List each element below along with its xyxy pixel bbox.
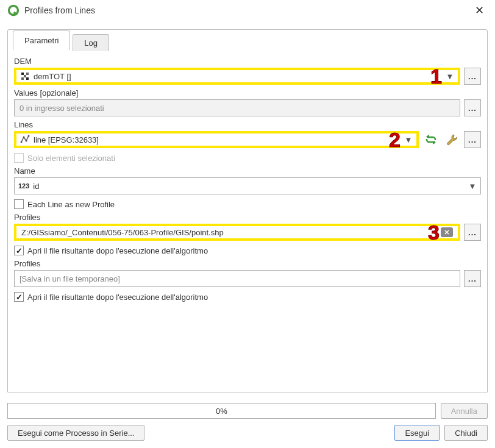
profiles1-label: Profiles xyxy=(14,213,481,222)
name-label: Name xyxy=(14,166,481,176)
progress-text: 0% xyxy=(216,407,227,416)
lines-value: line [EPSG:32633] xyxy=(32,135,404,144)
window-title: Profiles from Lines xyxy=(24,5,471,15)
name-combo[interactable]: 123 id ▼ xyxy=(14,177,481,194)
progress-bar: 0% xyxy=(7,403,436,419)
open-after2-label: Apri il file risultante dopo l'esecuzion… xyxy=(27,293,208,302)
svg-point-8 xyxy=(23,137,25,138)
settings-button[interactable] xyxy=(443,131,460,148)
main-panel: Parametri Log DEM demTOT [] 1 ▼ ... Valu… xyxy=(7,29,488,393)
svg-rect-3 xyxy=(26,73,29,75)
dem-label: DEM xyxy=(14,57,481,66)
selection-only-checkbox xyxy=(14,153,24,163)
form-area: DEM demTOT [] 1 ▼ ... Values [opzionale]… xyxy=(13,51,482,304)
annotation-3: 3 xyxy=(428,221,440,244)
lines-combo[interactable]: line [EPSG:32633] 2 ▼ xyxy=(14,131,419,148)
each-line-label: Each Line as new Profile xyxy=(27,200,115,209)
tab-strip: Parametri Log xyxy=(13,29,482,50)
open-after1-label: Apri il file risultante dopo l'esecuzion… xyxy=(27,246,208,255)
svg-point-7 xyxy=(21,141,23,143)
values-input[interactable]: 0 in ingresso selezionati xyxy=(14,99,460,116)
line-layer-icon xyxy=(20,135,30,144)
wrench-icon xyxy=(444,132,459,147)
svg-rect-2 xyxy=(21,73,24,75)
cancel-button[interactable]: Annulla xyxy=(441,403,488,419)
selection-only-row: Solo elementi selezionati xyxy=(14,153,481,163)
each-line-checkbox[interactable] xyxy=(14,199,24,209)
dem-browse-button[interactable]: ... xyxy=(464,68,481,85)
batch-button[interactable]: Esegui come Processo in Serie... xyxy=(7,425,144,441)
titlebar: Profiles from Lines ✕ xyxy=(0,0,495,21)
selection-only-label: Solo elementi selezionati xyxy=(27,154,115,163)
close-button[interactable]: Chiudi xyxy=(444,425,488,441)
tab-parametri[interactable]: Parametri xyxy=(13,30,70,50)
dem-value: demTOT [] xyxy=(32,72,446,81)
open-after1-checkbox[interactable] xyxy=(14,246,24,255)
annotation-2: 2 xyxy=(389,128,401,152)
tab-log[interactable]: Log xyxy=(73,34,109,51)
iterate-icon xyxy=(424,132,438,147)
clear-input-button[interactable] xyxy=(441,227,453,237)
run-button[interactable]: Esegui xyxy=(394,425,440,441)
svg-point-9 xyxy=(26,140,27,142)
open-after2-row: Apri il file risultante dopo l'esecuzion… xyxy=(14,292,481,302)
profiles1-value: Z:/GISsiamo/_Contenuti/056-75/063-Profil… xyxy=(21,228,438,237)
values-browse-button[interactable]: ... xyxy=(464,99,481,116)
profiles2-input[interactable]: [Salva in un file temporaneo] xyxy=(14,270,460,287)
svg-rect-4 xyxy=(24,75,26,77)
chevron-down-icon: ▼ xyxy=(404,135,413,144)
values-placeholder: 0 in ingresso selezionati xyxy=(20,104,104,113)
footer: 0% Annulla Esegui come Processo in Serie… xyxy=(7,403,488,441)
name-prefix: 123 xyxy=(18,182,29,190)
annotation-1: 1 xyxy=(430,65,442,88)
clear-icon xyxy=(444,229,450,235)
name-value: id xyxy=(32,182,468,191)
qgis-logo-icon xyxy=(7,4,20,16)
chevron-down-icon: ▼ xyxy=(446,72,454,81)
open-after1-row: Apri il file risultante dopo l'esecuzion… xyxy=(14,246,481,255)
open-after2-checkbox[interactable] xyxy=(14,292,24,302)
profiles2-placeholder: [Salva in un file temporaneo] xyxy=(20,274,120,283)
close-button[interactable]: ✕ xyxy=(471,2,488,18)
svg-rect-5 xyxy=(21,77,24,80)
values-label: Values [opzionale] xyxy=(14,88,481,98)
profiles2-browse-button[interactable]: ... xyxy=(464,270,481,287)
raster-layer-icon xyxy=(20,71,30,81)
svg-point-10 xyxy=(28,135,30,137)
profiles2-label: Profiles xyxy=(14,259,481,268)
dem-combo[interactable]: demTOT [] 1 ▼ xyxy=(14,68,460,85)
chevron-down-icon: ▼ xyxy=(468,182,477,191)
lines-browse-button[interactable]: ... xyxy=(464,131,481,148)
svg-rect-6 xyxy=(26,77,29,80)
profiles1-input[interactable]: Z:/GISsiamo/_Contenuti/056-75/063-Profil… xyxy=(14,224,460,241)
profiles1-browse-button[interactable]: ... xyxy=(464,224,481,241)
iterate-button[interactable] xyxy=(422,131,440,148)
lines-label: Lines xyxy=(14,120,481,129)
each-line-row: Each Line as new Profile xyxy=(14,199,481,209)
